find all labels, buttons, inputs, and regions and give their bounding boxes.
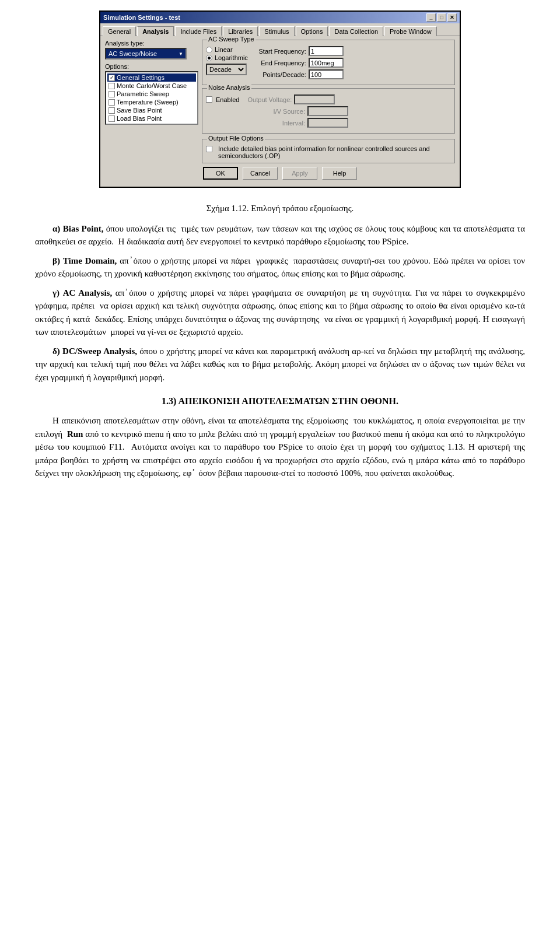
ac-sweep-type-group: AC Sweep Type Linear Logarithmic [202,40,455,85]
dialog-title-buttons: _ □ ✕ [426,13,457,22]
start-frequency-label: Start Frequency: [254,48,306,55]
option-temperature-sweep[interactable]: Temperature (Sweep) [107,98,196,106]
right-panel: AC Sweep Type Linear Logarithmic [202,40,455,163]
option-parametric-sweep-checkbox[interactable] [108,91,115,97]
output-option-checkbox[interactable] [206,146,212,152]
cancel-button[interactable]: Cancel [243,167,278,180]
analysis-type-label: Analysis type: [105,40,198,47]
option-temperature-sweep-label: Temperature (Sweep) [117,99,178,106]
option-parametric-sweep-label: Parametric Sweep [117,90,169,97]
dialog-buttons: OK Cancel Apply Help [105,163,455,182]
output-voltage-input[interactable] [294,94,335,104]
radio-linear[interactable] [206,47,212,53]
points-decade-row: Points/Decade: [254,69,451,79]
output-option-label: Include detailed bias point information … [218,145,451,159]
paragraph-2: β) Time Domain, απ᾿όπου ο χρήστης μπορεί… [35,254,525,281]
tab-libraries[interactable]: Libraries [223,26,258,36]
options-label: Options: [105,63,198,70]
analysis-type-value: AC Sweep/Noise [108,50,157,57]
option-parametric-sweep[interactable]: Parametric Sweep [107,90,196,98]
dropdown-arrow-icon: ▼ [178,51,183,57]
paragraph-3: γ) AC Analysis, απ᾿όπου ο χρήστης μπορεί… [35,286,525,339]
options-list: General Settings Monte Carlo/Worst Case … [105,71,198,125]
ac-sweep-type-title: AC Sweep Type [207,36,256,43]
radio-logarithmic-label: Logarithmic [215,54,248,61]
interval-row: Interval: [206,118,451,128]
simulation-settings-dialog: Simulation Settings - test _ □ ✕ General… [99,10,461,188]
option-temperature-sweep-checkbox[interactable] [108,99,115,106]
noise-enabled-label: Enabled [216,96,239,103]
noise-enabled-checkbox[interactable] [206,96,212,103]
points-decade-label: Points/Decade: [254,71,306,78]
radio-logarithmic[interactable] [206,55,212,61]
option-general-settings-checkbox[interactable] [108,75,115,81]
iv-source-label: I/V Source: [253,108,305,115]
section-heading: 1.3) ΑΠΕΙΚΟΝΙΣΗ ΑΠΟΤΕΛΕΣΜΑΤΩΝ ΣΤΗΝ ΟΘΟΝΗ… [35,394,525,408]
option-save-bias-label: Save Bias Point [117,107,162,114]
tab-stimulus[interactable]: Stimulus [259,26,294,36]
output-voltage-label: Output Voltage: [239,96,292,103]
dialog-titlebar: Simulation Settings - test _ □ ✕ [100,12,460,23]
noise-enabled-row: Enabled Output Voltage: [206,94,451,104]
figure-caption: Σχήμα 1.12. Επιλογή τρόπου εξομοίωσης. [35,202,525,215]
interval-label: Interval: [253,120,305,127]
decade-select[interactable]: Decade Octave [206,64,247,75]
output-file-options-title: Output File Options [207,135,265,142]
points-decade-input[interactable] [309,69,344,79]
option-monte-carlo[interactable]: Monte Carlo/Worst Case [107,82,196,90]
option-load-bias-point[interactable]: Load Bias Point [107,114,196,122]
maximize-button[interactable]: □ [437,13,446,22]
start-frequency-row: Start Frequency: [254,46,451,56]
radio-linear-row: Linear [206,46,248,53]
option-load-bias-label: Load Bias Point [117,115,162,122]
option-general-settings-label: General Settings [117,74,164,81]
noise-analysis-title: Noise Analysis [207,84,251,91]
dialog-title: Simulation Settings - test [103,14,180,21]
dialog-wrapper: Simulation Settings - test _ □ ✕ General… [0,0,560,194]
close-button[interactable]: ✕ [447,13,457,22]
tab-analysis[interactable]: Analysis [137,26,174,36]
tab-include-files[interactable]: Include Files [175,26,222,36]
analysis-type-select[interactable]: AC Sweep/Noise ▼ [105,48,187,59]
option-monte-carlo-checkbox[interactable] [108,83,115,89]
end-frequency-row: End Frequency: [254,58,451,68]
option-monte-carlo-label: Monte Carlo/Worst Case [117,82,187,89]
minimize-button[interactable]: _ [426,13,436,22]
apply-button[interactable]: Apply [282,167,317,180]
output-file-options-group: Output File Options Include detailed bia… [202,139,455,163]
option-load-bias-checkbox[interactable] [108,115,115,122]
help-button[interactable]: Help [322,167,357,180]
iv-source-input[interactable] [307,106,348,116]
sweep-bottom-row: Decade Octave [206,64,248,75]
two-column-layout: Analysis type: AC Sweep/Noise ▼ Options:… [105,40,455,163]
main-text-area: Σχήμα 1.12. Επιλογή τρόπου εξομοίωσης. α… [0,194,560,492]
end-frequency-input[interactable] [309,58,344,68]
radio-linear-label: Linear [215,46,233,53]
option-general-settings[interactable]: General Settings [107,73,196,82]
option-save-bias-checkbox[interactable] [108,107,115,114]
left-panel: Analysis type: AC Sweep/Noise ▼ Options:… [105,40,198,163]
tabs-row: General Analysis Include Files Libraries… [100,23,460,36]
ok-button[interactable]: OK [203,167,238,180]
section-paragraph: Η απεικόνιση αποτελεσμάτων στην οθόνη, ε… [35,414,525,480]
radio-logarithmic-row: Logarithmic [206,54,248,61]
tab-data-collection[interactable]: Data Collection [329,26,383,36]
paragraph-4: δ) DC/Sweep Analysis, όπου ο χρήστης μπο… [35,345,525,384]
output-option-row: Include detailed bias point information … [206,145,451,159]
end-frequency-label: End Frequency: [254,59,306,66]
dialog-body: Analysis type: AC Sweep/Noise ▼ Options:… [100,36,460,187]
option-save-bias-point[interactable]: Save Bias Point [107,106,196,114]
interval-input[interactable] [307,118,348,128]
tab-probe-window[interactable]: Probe Window [384,26,437,36]
start-frequency-input[interactable] [309,46,344,56]
paragraph-1: α) Bias Point, όπου υπολογίζει τις τιμές… [35,222,525,248]
tab-options[interactable]: Options [296,26,328,36]
tab-general[interactable]: General [103,26,136,36]
iv-source-row: I/V Source: [206,106,451,116]
noise-analysis-group: Noise Analysis Enabled Output Voltage: I… [202,88,455,134]
